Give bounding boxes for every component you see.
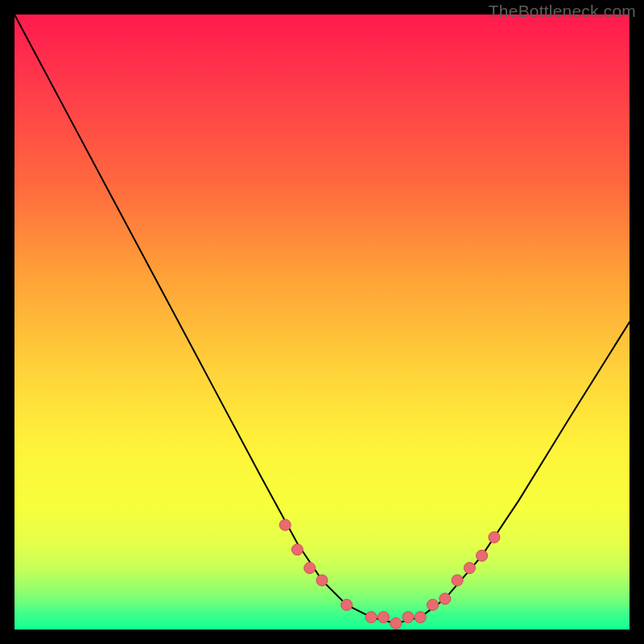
chart-frame: TheBottleneck.com xyxy=(0,0,644,644)
highlight-dot xyxy=(464,563,475,574)
highlight-dot xyxy=(477,550,488,561)
watermark-text: TheBottleneck.com xyxy=(489,2,636,21)
highlight-dot xyxy=(390,617,402,629)
highlight-dot xyxy=(279,519,291,530)
bottleneck-curve xyxy=(14,14,630,623)
highlight-dot xyxy=(365,612,377,623)
highlight-dot xyxy=(378,612,389,623)
highlight-dot xyxy=(440,593,451,605)
highlight-dot xyxy=(489,531,500,543)
highlight-dot xyxy=(291,544,303,555)
highlight-dot xyxy=(341,599,353,610)
plot-svg xyxy=(14,14,630,630)
highlight-dot xyxy=(452,575,463,586)
plot-area xyxy=(14,14,630,630)
highlight-dot xyxy=(402,612,414,623)
highlight-dot xyxy=(304,563,316,574)
highlight-dot xyxy=(415,612,426,623)
highlight-dot xyxy=(427,599,439,610)
highlight-dot xyxy=(316,575,328,586)
